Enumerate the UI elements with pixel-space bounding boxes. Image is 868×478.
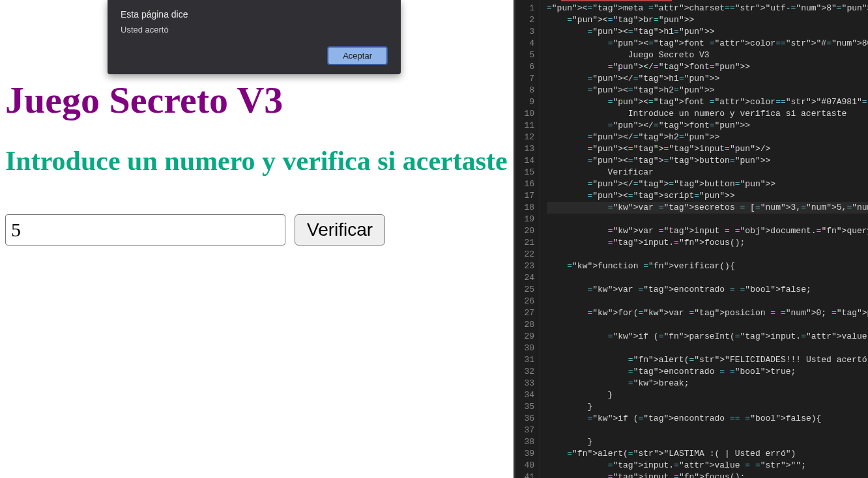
code-line[interactable]: ="kw">if (="tag">encontrado == ="bool">f… — [547, 413, 868, 425]
code-line[interactable]: Verificar — [547, 167, 868, 178]
code-line[interactable]: ="pun"><="tag">font ="attr">color=="str"… — [547, 96, 868, 108]
line-number: 37 — [515, 425, 534, 436]
line-number-gutter: 1234567891011121314151617181920212223242… — [515, 0, 540, 478]
code-line[interactable]: ="fn">alert(="str">"LASTIMA :( | Usted e… — [547, 448, 868, 460]
code-line[interactable]: ="tag">encontrado = ="bool">true; — [547, 366, 868, 378]
code-line[interactable]: ="tag">input.="fn">focus(); — [547, 237, 868, 249]
code-line[interactable]: ="pun"><="tag">="tag">input="pun">/> — [547, 143, 868, 155]
code-line[interactable]: ="kw">for(="kw">var ="tag">posicion = ="… — [547, 307, 868, 319]
code-line[interactable] — [547, 249, 868, 260]
line-number: 22 — [515, 249, 534, 260]
line-number: 18 — [515, 202, 534, 214]
code-line[interactable]: ="kw">var ="tag">input = ="obj">document… — [547, 225, 868, 237]
verify-button[interactable]: Verificar — [295, 214, 385, 246]
code-line[interactable]: ="pun"><="tag">h2="pun">> — [547, 85, 868, 96]
code-line[interactable] — [547, 214, 868, 225]
line-number: 23 — [515, 260, 534, 272]
line-number: 26 — [515, 296, 534, 307]
code-line[interactable]: ="pun"><="tag">script="pun">> — [547, 190, 868, 202]
code-line[interactable]: ="kw">var ="tag">secretos = [="num">3,="… — [547, 202, 868, 214]
line-number: 21 — [515, 237, 534, 249]
line-number: 24 — [515, 272, 534, 284]
code-line[interactable]: ="pun"></="tag">font="pun">> — [547, 61, 868, 73]
code-line[interactable]: ="pun"></="tag">h2="pun">> — [547, 132, 868, 143]
code-line[interactable]: ="pun"></="tag">font="pun">> — [547, 120, 868, 132]
line-number: 16 — [515, 178, 534, 190]
js-alert-dialog: Esta página dice Usted acertó Aceptar — [108, 0, 401, 74]
page-subtitle: Introduce un numero y verifica si acerta… — [5, 145, 508, 178]
line-number: 27 — [515, 307, 534, 319]
dialog-message: Usted acertó — [121, 25, 388, 35]
line-number: 33 — [515, 378, 534, 389]
line-number: 40 — [515, 460, 534, 471]
code-line[interactable] — [547, 296, 868, 307]
code-line[interactable]: } — [547, 389, 868, 401]
line-number: 28 — [515, 319, 534, 331]
line-number: 1 — [515, 3, 534, 14]
line-number: 38 — [515, 436, 534, 448]
line-number: 10 — [515, 108, 534, 120]
code-line[interactable]: ="tag">input.="attr">value = ="str">""; — [547, 460, 868, 471]
code-line[interactable] — [547, 425, 868, 436]
code-line[interactable]: ="pun"></="tag">="tag">button="pun">> — [547, 178, 868, 190]
line-number: 32 — [515, 366, 534, 378]
code-line[interactable]: ="pun"><="tag">br="pun">> — [547, 14, 868, 26]
line-number: 5 — [515, 49, 534, 61]
code-line[interactable]: ="pun"><="tag">font ="attr">color=="str"… — [547, 38, 868, 49]
dialog-accept-button[interactable]: Aceptar — [327, 46, 388, 65]
code-line[interactable]: ="kw">if (="fn">parseInt(="tag">input.="… — [547, 331, 868, 343]
line-number: 19 — [515, 214, 534, 225]
line-number: 17 — [515, 190, 534, 202]
code-editor-pane: 1234567891011121314151617181920212223242… — [514, 0, 868, 478]
code-line[interactable]: ="tag">input.="fn">focus(); — [547, 471, 868, 478]
line-number: 12 — [515, 132, 534, 143]
code-area[interactable]: ="pun"><="tag">meta ="attr">charset=="st… — [540, 0, 868, 478]
line-number: 7 — [515, 73, 534, 85]
code-line[interactable]: ="pun"><="tag">h1="pun">> — [547, 26, 868, 38]
line-number: 8 — [515, 85, 534, 96]
code-line[interactable]: Juego Secreto V3 — [547, 49, 868, 61]
line-number: 34 — [515, 389, 534, 401]
browser-preview-pane: Esta página dice Usted acertó Aceptar Ju… — [0, 0, 514, 478]
line-number: 2 — [515, 14, 534, 26]
code-line[interactable]: ="pun"><="tag">="tag">button="pun">> — [547, 155, 868, 167]
line-number: 20 — [515, 225, 534, 237]
line-number: 4 — [515, 38, 534, 49]
code-line[interactable]: ="kw">var ="tag">encontrado = ="bool">fa… — [547, 284, 868, 296]
code-line[interactable]: } — [547, 436, 868, 448]
line-number: 30 — [515, 343, 534, 354]
code-line[interactable] — [547, 343, 868, 354]
line-number: 29 — [515, 331, 534, 343]
code-line[interactable] — [547, 319, 868, 331]
dialog-title: Esta página dice — [121, 9, 388, 20]
line-number: 3 — [515, 26, 534, 38]
line-number: 41 — [515, 471, 534, 478]
rendered-page: Juego Secreto V3 Introduce un numero y v… — [5, 78, 508, 246]
line-number: 35 — [515, 401, 534, 413]
code-line[interactable]: ="pun"></="tag">h1="pun">> — [547, 73, 868, 85]
code-line[interactable]: ="pun"><="tag">meta ="attr">charset=="st… — [547, 3, 868, 14]
line-number: 11 — [515, 120, 534, 132]
line-number: 9 — [515, 96, 534, 108]
code-line[interactable]: ="fn">alert(="str">"FELICIDADES!!! Usted… — [547, 354, 868, 366]
code-line[interactable]: } — [547, 401, 868, 413]
line-number: 15 — [515, 167, 534, 178]
line-number: 31 — [515, 354, 534, 366]
code-line[interactable]: ="kw">break; — [547, 378, 868, 389]
code-line[interactable] — [547, 272, 868, 284]
code-line[interactable]: ="kw">function ="fn">verificar(){ — [547, 260, 868, 272]
page-title: Juego Secreto V3 — [5, 78, 508, 122]
line-number: 6 — [515, 61, 534, 73]
guess-input[interactable] — [5, 214, 285, 246]
line-number: 36 — [515, 413, 534, 425]
code-line[interactable]: Introduce un numero y verifica si acerta… — [547, 108, 868, 120]
line-number: 39 — [515, 448, 534, 460]
line-number: 13 — [515, 143, 534, 155]
line-number: 14 — [515, 155, 534, 167]
line-number: 25 — [515, 284, 534, 296]
